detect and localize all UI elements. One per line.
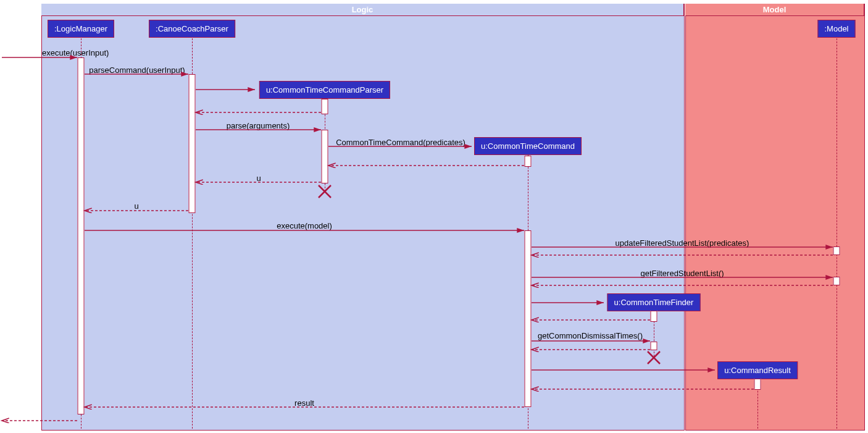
u1-label: u [256, 174, 261, 183]
canoe-coach-parser-activation [189, 74, 196, 213]
common-time-command-activation-1 [525, 156, 532, 167]
get-common-dismissal-times-label: getCommonDismissalTimes() [538, 331, 643, 340]
logic-frame-label: Logic [41, 4, 684, 16]
parse-arguments-label: parse(arguments) [227, 121, 290, 130]
common-time-command-parser-activation-2 [322, 130, 328, 183]
execute-user-input-label: execute(userInput) [42, 48, 109, 57]
common-time-command-parser-activation-1 [322, 99, 328, 114]
command-result-activation [754, 379, 761, 390]
model-frame-label: Model [685, 4, 864, 16]
parse-command-label: parseCommand(userInput) [89, 65, 185, 75]
canoe-coach-parser-participant: :CanoeCoachParser [149, 20, 235, 38]
model-lifeline [837, 38, 837, 429]
common-time-command-parser-participant: u:CommonTimeCommandParser [259, 81, 390, 99]
model-participant: :Model [817, 20, 855, 38]
common-time-command-participant: u:CommonTimeCommand [474, 137, 582, 155]
common-time-finder-activation-2 [651, 342, 657, 350]
common-time-finder-activation-1 [651, 311, 657, 322]
logic-manager-activation [78, 57, 85, 414]
logic-manager-participant: :LogicManager [48, 20, 114, 38]
model-activation-1 [833, 246, 840, 255]
common-time-finder-participant: u:CommonTimeFinder [607, 293, 701, 311]
result-label: result [294, 398, 314, 408]
u2-label: u [134, 201, 138, 211]
execute-model-label: execute(model) [277, 221, 332, 230]
update-filtered-student-list-label: updateFilteredStudentList(predicates) [616, 238, 749, 248]
command-result-participant: u:CommandResult [717, 361, 798, 379]
common-time-command-activation-2 [525, 230, 532, 407]
common-time-command-predicates-label: CommonTimeCommand(predicates) [336, 138, 465, 147]
model-activation-2 [833, 277, 840, 285]
get-filtered-student-list-label: getFilteredStudentList() [640, 269, 724, 278]
